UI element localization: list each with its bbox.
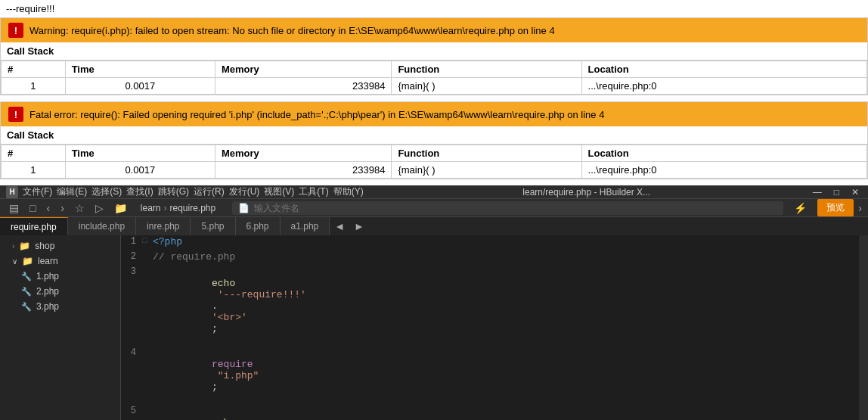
error-header-1: ! Warning: require(i.php): failed to ope… — [1, 18, 867, 42]
line-number-5: 5 — [121, 406, 142, 416]
tab-6-php[interactable]: 6.php — [236, 217, 281, 235]
file-search-input[interactable] — [254, 203, 345, 213]
tab-require-php[interactable]: require.php — [0, 217, 68, 235]
cell-location: ...\require.php:0 — [581, 162, 866, 179]
error-block-1: ! Warning: require(i.php): failed to ope… — [0, 17, 868, 95]
callstack-table-2: # Time Memory Function Location 1 0.0017… — [1, 145, 867, 179]
chevron-right-icon: › — [12, 242, 14, 250]
menu-item-run[interactable]: 运行(R) — [194, 185, 225, 198]
col-num-1: # — [2, 61, 66, 78]
code-line-3: 3 echo '---require!!!' . '<br>' ; — [121, 266, 859, 347]
code-editor[interactable]: 1 □ <?php 2 // require.php 3 echo '---re… — [121, 235, 859, 420]
forward-icon[interactable]: › — [57, 201, 67, 216]
code-line-5: 5 echo 'require!!!---' . '<br>' ; — [121, 405, 859, 420]
folder-learn-icon: 📁 — [22, 256, 33, 266]
sidebar-item-shop[interactable]: › 📁 shop — [0, 238, 120, 254]
breadcrumb-learn[interactable]: learn — [141, 203, 161, 213]
tab-5-php[interactable]: 5.php — [191, 217, 235, 235]
line-number-2: 2 — [121, 251, 142, 262]
maximize-button[interactable]: □ — [831, 187, 842, 198]
col-function-2: Function — [392, 145, 581, 162]
menu-item-help[interactable]: 帮助(Y) — [333, 185, 364, 198]
cell-num: 1 — [2, 78, 66, 95]
breadcrumb-separator: › — [164, 203, 167, 213]
code-line-4: 4 require "i.php" ; — [121, 347, 859, 405]
tab-include-php[interactable]: include.php — [68, 217, 136, 235]
col-location-2: Location — [581, 145, 866, 162]
play-icon[interactable]: ▷ — [92, 201, 107, 216]
folder-icon[interactable]: 📁 — [111, 201, 130, 216]
star-icon[interactable]: ☆ — [72, 201, 88, 216]
fold-indicator-1: □ — [142, 236, 153, 245]
col-memory-1: Memory — [215, 61, 392, 78]
hbuilder-icon: H — [6, 186, 18, 198]
menu-item-publish[interactable]: 发行(U) — [229, 185, 260, 198]
table-row: 1 0.0017 233984 {main}( ) ...\require.ph… — [2, 78, 867, 95]
cell-time: 0.0017 — [65, 78, 215, 95]
col-time-2: Time — [65, 145, 215, 162]
callstack-label-1: Call Stack — [1, 42, 867, 61]
chevron-down-icon: ∨ — [12, 257, 17, 266]
top-text: ---require!!! — [0, 0, 868, 17]
tab-inre-php[interactable]: inre.php — [136, 217, 191, 235]
sidebar-item-3php[interactable]: 🔧 3.php — [0, 299, 120, 314]
editor-wrapper: › 📁 shop ∨ 📁 learn 🔧 1.php 🔧 2.php 🔧 3.p… — [0, 235, 868, 420]
sidebar-label-1php: 1.php — [36, 271, 59, 282]
sidebar-item-1php[interactable]: 🔧 1.php — [0, 269, 120, 284]
tab-a1-php[interactable]: a1.php — [281, 217, 330, 235]
warning-icon-1: ! — [8, 23, 23, 38]
editor-section: H 文件(F) 编辑(E) 选择(S) 查找(I) 跳转(G) 运行(R) 发行… — [0, 185, 868, 367]
php-file-icon-3: 🔧 — [21, 302, 32, 312]
callstack-label-2: Call Stack — [1, 126, 867, 145]
sidebar-toggle-icon[interactable]: ▤ — [6, 201, 22, 216]
php-file-icon-1: 🔧 — [21, 272, 32, 282]
menu-item-goto[interactable]: 跳转(G) — [158, 185, 189, 198]
sidebar-label-3php: 3.php — [36, 301, 59, 312]
sidebar-item-2php[interactable]: 🔧 2.php — [0, 284, 120, 299]
tabs-overflow-left[interactable]: ◄ — [330, 217, 349, 235]
col-memory-2: Memory — [215, 145, 392, 162]
code-content-5: echo 'require!!!---' . '<br>' ; — [153, 406, 859, 420]
breadcrumb: learn › require.php — [141, 203, 215, 213]
filter-icon[interactable]: ⚡ — [788, 201, 813, 216]
window-controls: — □ ✕ — [810, 187, 862, 198]
callstack-table-1: # Time Memory Function Location 1 0.0017… — [1, 61, 867, 95]
close-button[interactable]: ✕ — [848, 187, 862, 198]
menu-item-view[interactable]: 视图(V) — [264, 185, 294, 198]
preview-button[interactable]: 预览 — [817, 199, 854, 216]
line-number-3: 3 — [121, 266, 142, 277]
col-function-1: Function — [392, 61, 581, 78]
menu-item-file[interactable]: 文件(F) — [23, 185, 52, 198]
tabs-overflow-right[interactable]: ► — [349, 217, 369, 235]
code-content-1: <?php — [153, 236, 859, 247]
menu-item-tools[interactable]: 工具(T) — [299, 185, 328, 198]
error-message-2: Fatal error: require(): Failed opening r… — [29, 109, 604, 120]
file-icon: 📄 — [238, 203, 250, 213]
menu-item-select[interactable]: 选择(S) — [91, 185, 122, 198]
back-icon[interactable]: ‹ — [43, 201, 53, 216]
line-number-1: 1 — [121, 236, 142, 247]
code-scrollbar[interactable] — [859, 235, 868, 420]
editor-titlebar: H 文件(F) 编辑(E) 选择(S) 查找(I) 跳转(G) 运行(R) 发行… — [0, 185, 868, 198]
menu-item-find[interactable]: 查找(I) — [126, 185, 153, 198]
editor-title: learn/require.php - HBuilder X... — [368, 187, 805, 198]
sidebar-label-2php: 2.php — [36, 286, 59, 297]
breadcrumb-file[interactable]: require.php — [170, 203, 216, 213]
sidebar-label-learn: learn — [38, 256, 58, 266]
new-file-icon[interactable]: □ — [26, 201, 39, 216]
minimize-button[interactable]: — — [810, 187, 825, 198]
editor-toolbar: ▤ □ ‹ › ☆ ▷ 📁 learn › require.php 📄 ⚡ 预览… — [0, 198, 868, 216]
sidebar-item-learn[interactable]: ∨ 📁 learn — [0, 254, 120, 269]
code-content-4: require "i.php" ; — [153, 347, 859, 404]
cell-memory: 233984 — [215, 162, 392, 179]
cell-function: {main}( ) — [392, 162, 581, 179]
cell-location: ...\require.php:0 — [581, 78, 866, 95]
warning-icon-2: ! — [8, 107, 23, 122]
cell-function: {main}( ) — [392, 78, 581, 95]
folder-shop-icon: 📁 — [19, 241, 30, 251]
menu-item-edit[interactable]: 编辑(E) — [57, 185, 87, 198]
line-number-4: 4 — [121, 347, 142, 358]
cell-num: 1 — [2, 162, 66, 179]
code-content-2: // require.php — [153, 251, 859, 263]
error-message-1: Warning: require(i.php): failed to open … — [29, 25, 555, 36]
